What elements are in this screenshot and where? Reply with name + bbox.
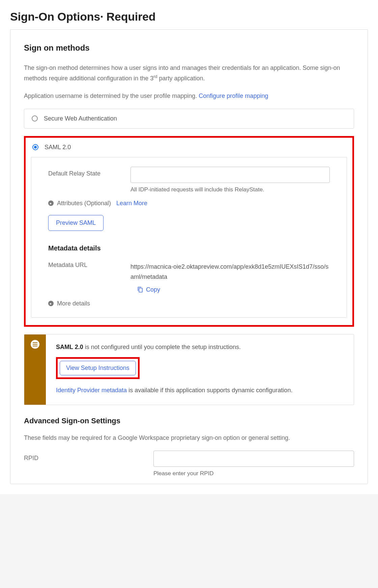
configure-profile-mapping-link[interactable]: Configure profile mapping	[199, 92, 268, 99]
more-details-label: More details	[57, 300, 90, 307]
attributes-label: Attributes (Optional)	[57, 200, 111, 207]
notice-line-2: Identity Provider metadata is available …	[56, 385, 344, 396]
relay-state-row: Default Relay State All IDP-initiated re…	[48, 167, 330, 193]
advanced-settings-heading: Advanced Sign-on Settings	[24, 417, 354, 425]
username-note: Application username is determined by th…	[24, 92, 199, 99]
more-details-toggle[interactable]: More details	[48, 300, 330, 307]
notice-strong: SAML 2.0	[56, 344, 83, 350]
radio-option-swa[interactable]: Secure Web Authentication	[24, 109, 354, 129]
metadata-url-row: Metadata URL https://macnica-oie2.oktapr…	[48, 262, 330, 293]
relay-state-help: All IDP-initiated requests will include …	[130, 186, 330, 193]
saml-settings-panel: Default Relay State All IDP-initiated re…	[31, 157, 347, 318]
chevron-right-icon	[48, 301, 54, 306]
copy-metadata-button[interactable]: Copy	[130, 286, 330, 293]
attributes-row[interactable]: Attributes (Optional) Learn More	[48, 200, 330, 207]
metadata-url-label: Metadata URL	[48, 262, 122, 269]
notice-line-1: SAML 2.0 is not configured until you com…	[56, 342, 344, 352]
page-wrap: Sign-On Options· Required Sign on method…	[0, 0, 378, 494]
intro-sup: rd	[153, 74, 157, 79]
idp-metadata-rest: is available if this application support…	[127, 387, 292, 394]
preview-saml-button[interactable]: Preview SAML	[48, 215, 104, 231]
list-icon	[31, 340, 39, 349]
radio-option-saml[interactable]: SAML 2.0	[31, 142, 347, 157]
notice-rest: is not configured until you complete the…	[83, 344, 241, 350]
clipboard-icon	[137, 287, 143, 293]
radio-icon	[32, 115, 38, 122]
copy-label: Copy	[146, 286, 160, 293]
relay-state-label: Default Relay State	[48, 167, 122, 177]
radio-label-saml: SAML 2.0	[45, 144, 71, 151]
view-setup-instructions-button[interactable]: View Setup Instructions	[60, 361, 136, 375]
sign-on-methods-heading: Sign on methods	[24, 43, 354, 53]
attributes-learn-more-link[interactable]: Learn More	[116, 200, 147, 207]
rpid-help: Please enter your RPID	[153, 470, 354, 477]
saml-setup-notice: SAML 2.0 is not configured until you com…	[24, 334, 354, 405]
sign-on-description: The sign-on method determines how a user…	[24, 63, 354, 83]
notice-accent-bar	[24, 335, 46, 405]
rpid-input[interactable]	[153, 451, 354, 467]
metadata-url-value: https://macnica-oie2.oktapreview.com/app…	[130, 262, 330, 282]
sign-on-card: Sign on methods The sign-on method deter…	[10, 29, 368, 484]
chevron-right-icon	[48, 201, 54, 206]
notice-body: SAML 2.0 is not configured until you com…	[46, 335, 354, 405]
profile-mapping-note: Application username is determined by th…	[24, 91, 354, 101]
advanced-description: These fields may be required for a Googl…	[24, 433, 354, 443]
radio-label-swa: Secure Web Authentication	[44, 115, 117, 122]
radio-icon	[32, 144, 38, 150]
saml-highlight-box: SAML 2.0 Default Relay State All IDP-ini…	[24, 136, 354, 327]
rpid-label: RPID	[24, 451, 145, 462]
setup-button-highlight: View Setup Instructions	[56, 357, 140, 379]
relay-state-input[interactable]	[130, 167, 330, 183]
intro-post: party application.	[157, 75, 205, 82]
metadata-heading: Metadata details	[48, 244, 330, 252]
rpid-row: RPID Please enter your RPID	[24, 451, 354, 477]
page-title: Sign-On Options· Required	[10, 10, 368, 23]
idp-metadata-link[interactable]: Identity Provider metadata	[56, 387, 127, 394]
